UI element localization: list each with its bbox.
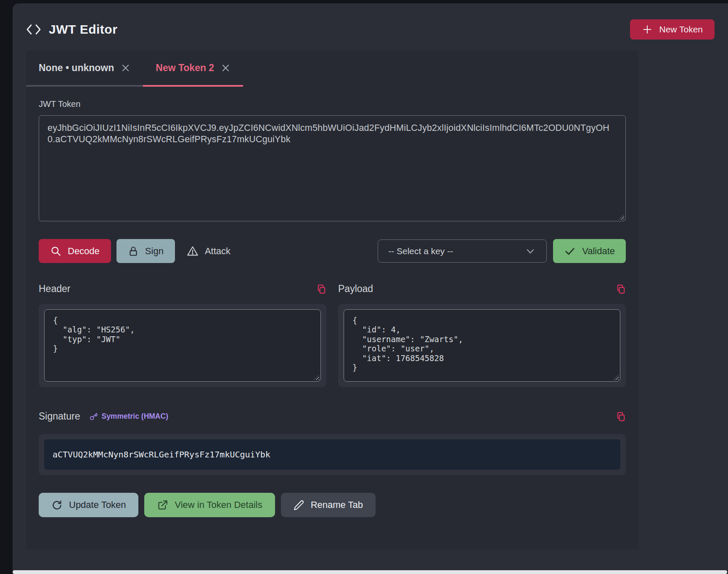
signature-algorithm-badge: Symmetric (HMAC)	[89, 412, 168, 421]
new-token-label: New Token	[659, 24, 703, 35]
token-tabs-panel: None • unknown New Token 2 JWT Token	[26, 50, 638, 550]
footer-actions: Update Token View in Token Details	[39, 493, 626, 517]
payload-code-container: { "id": 4, "username": "Zwarts", "role":…	[338, 304, 626, 387]
signature-section-head: Signature Symmetric (HMAC)	[39, 411, 626, 422]
attack-label: Attack	[205, 246, 230, 257]
new-token-button[interactable]: New Token	[630, 19, 715, 40]
tab-content: JWT Token eyJhbGciOiJIUzI1NiIsInR5cCI6Ik…	[26, 87, 638, 530]
chevron-down-icon	[524, 245, 536, 257]
decode-label: Decode	[68, 246, 100, 257]
horizontal-scrollbar[interactable]	[13, 570, 727, 574]
refresh-icon	[51, 500, 63, 511]
lock-icon	[128, 246, 139, 257]
header-json-editor[interactable]: { "alg": "HS256", "typ": "JWT" }	[44, 309, 321, 382]
header-label: Header	[39, 283, 70, 295]
rename-tab-label: Rename Tab	[311, 500, 363, 510]
signature-value: aCTVUQ2kMMcNyn8rSWcRLGeifPRysFz17mkUCgui…	[44, 439, 620, 470]
header-section: Header { "alg": "HS25	[39, 283, 326, 387]
copy-header-button[interactable]	[317, 284, 326, 295]
view-in-token-details-button[interactable]: View in Token Details	[144, 493, 275, 517]
copy-icon	[317, 284, 326, 295]
external-link-icon	[157, 500, 168, 511]
decoded-sections: Header { "alg": "HS25	[39, 283, 626, 387]
copy-icon	[616, 284, 626, 295]
tab-bar: None • unknown New Token 2	[26, 50, 638, 87]
copy-payload-button[interactable]	[616, 284, 626, 295]
signature-label: Signature	[39, 411, 80, 422]
update-token-button[interactable]: Update Token	[39, 493, 138, 517]
plus-icon	[642, 24, 653, 35]
tab-label: None • unknown	[39, 62, 114, 74]
signature-algorithm-label: Symmetric (HMAC)	[101, 412, 168, 421]
payload-json-editor[interactable]: { "id": 4, "username": "Zwarts", "role":…	[344, 309, 620, 382]
payload-section: Payload { "id": 4,	[338, 283, 626, 387]
key-icon	[89, 412, 98, 421]
page-title: JWT Editor	[49, 22, 117, 37]
code-icon	[26, 23, 41, 36]
view-in-token-details-label: View in Token Details	[175, 500, 262, 510]
attack-button[interactable]: Attack	[187, 245, 230, 257]
payload-section-head: Payload	[338, 283, 626, 295]
tab-new-token-2[interactable]: New Token 2	[143, 50, 243, 87]
validate-button[interactable]: Validate	[553, 239, 626, 263]
topbar: JWT Editor New Token	[26, 19, 715, 40]
close-icon[interactable]	[121, 63, 130, 73]
tab-label: New Token 2	[156, 62, 214, 74]
pencil-icon	[294, 500, 304, 510]
action-row: Decode Sign Attack	[39, 239, 626, 263]
header-section-head: Header	[39, 283, 326, 295]
jwt-token-wrap: eyJhbGciOiJIUzI1NiIsInR5cCI6IkpXVCJ9.eyJ…	[39, 115, 626, 221]
sign-button[interactable]: Sign	[116, 239, 175, 263]
jwt-token-label: JWT Token	[39, 99, 626, 109]
title-wrap: JWT Editor	[26, 22, 117, 37]
signature-container: aCTVUQ2kMMcNyn8rSWcRLGeifPRysFz17mkUCgui…	[39, 434, 626, 475]
validate-label: Validate	[582, 246, 615, 257]
search-icon	[50, 245, 61, 257]
sign-label: Sign	[145, 246, 164, 257]
header-code-container: { "alg": "HS256", "typ": "JWT" }	[39, 304, 326, 387]
jwt-token-input[interactable]: eyJhbGciOiJIUzI1NiIsInR5cCI6IkpXVCJ9.eyJ…	[39, 115, 626, 221]
key-select-value: -- Select a key --	[388, 246, 453, 256]
key-select[interactable]: -- Select a key --	[378, 239, 547, 263]
jwt-editor-card: JWT Editor New Token None • unknown	[13, 3, 728, 574]
update-token-label: Update Token	[69, 500, 126, 510]
decode-button[interactable]: Decode	[39, 239, 111, 263]
copy-icon	[616, 411, 626, 422]
warning-icon	[187, 245, 199, 257]
check-icon	[564, 245, 576, 257]
rename-tab-button[interactable]: Rename Tab	[281, 493, 376, 517]
close-icon[interactable]	[221, 63, 230, 73]
copy-signature-button[interactable]	[616, 411, 626, 422]
tab-none-unknown[interactable]: None • unknown	[26, 50, 143, 87]
payload-label: Payload	[338, 283, 373, 295]
